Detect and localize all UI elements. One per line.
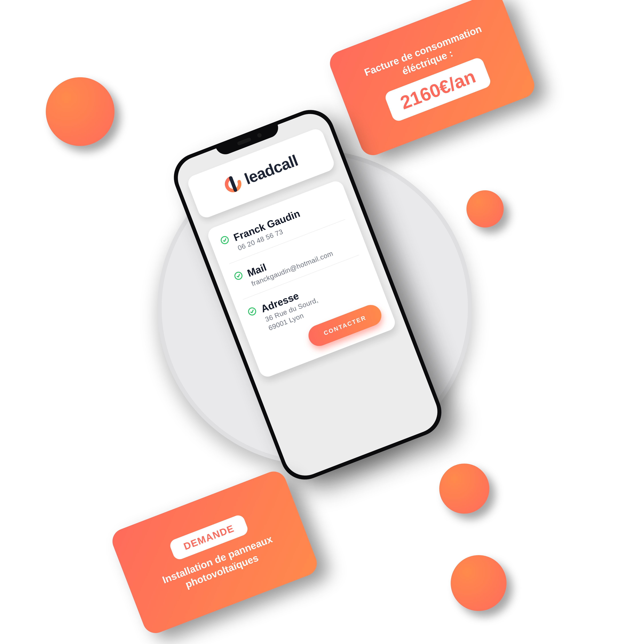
accent-circle — [439, 464, 489, 514]
logo-text: leadcall — [242, 151, 300, 188]
check-icon — [219, 235, 230, 246]
bill-card: Facture de consommation éléctrique : 216… — [326, 0, 538, 159]
request-card: DEMANDE Installation de panneaux photovo… — [109, 468, 320, 637]
accent-circle — [46, 77, 114, 146]
accent-circle — [451, 555, 507, 611]
accent-circle — [466, 190, 504, 227]
check-icon — [247, 306, 258, 317]
logo-icon — [222, 173, 244, 195]
check-icon — [233, 270, 244, 281]
